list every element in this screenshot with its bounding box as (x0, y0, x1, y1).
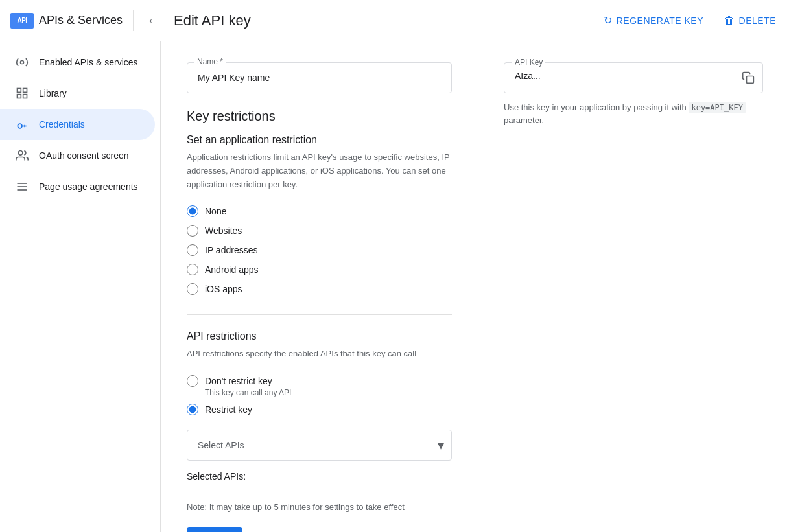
radio-websites[interactable]: Websites (187, 221, 452, 240)
api-key-hint-text: Use this key in your application by pass… (504, 102, 687, 112)
api-key-label: API Key (512, 58, 545, 67)
select-apis-wrapper: Select APIs ▾ (187, 430, 452, 461)
radio-restrict-key-label: Restrict key (205, 404, 252, 415)
radio-ios-apps[interactable]: iOS apps (187, 279, 452, 299)
radio-ios-input[interactable] (187, 283, 198, 295)
radio-dont-restrict-label: Don't restrict key (205, 376, 272, 386)
sidebar-item-enabled-apis[interactable]: Enabled APIs & services (0, 47, 155, 78)
api-restriction-options: Don't restrict key This key can call any… (187, 371, 452, 419)
sidebar-item-library[interactable]: Library (0, 78, 155, 109)
name-field-label: Name * (194, 57, 226, 66)
svg-rect-3 (18, 95, 21, 98)
svg-point-5 (18, 124, 22, 128)
copy-api-key-button[interactable] (742, 71, 755, 84)
api-key-hint: Use this key in your application by pass… (504, 101, 763, 126)
form-right: API Key AIza... Use this key in your app… (504, 62, 763, 126)
regenerate-label: REGENERATE KEY (617, 16, 703, 26)
key-restrictions-title: Key restrictions (187, 109, 452, 124)
delete-icon: 🗑 (724, 15, 735, 27)
credentials-icon (16, 118, 29, 131)
delete-label: DELETE (739, 16, 776, 26)
svg-point-0 (21, 61, 24, 64)
app-restriction-title: Set an application restriction (187, 134, 452, 146)
radio-websites-label: Websites (205, 226, 242, 236)
enabled-apis-icon (16, 56, 29, 69)
delete-button[interactable]: 🗑 DELETE (722, 10, 779, 32)
regenerate-icon: ↻ (604, 14, 613, 27)
select-apis-dropdown[interactable]: Select APIs (187, 430, 452, 461)
radio-dont-restrict-input[interactable] (187, 375, 198, 387)
sidebar-label-library: Library (39, 88, 67, 98)
sidebar-label-page-usage: Page usage agreements (39, 181, 138, 192)
page-usage-icon (16, 180, 29, 193)
logo-box: API (10, 13, 34, 29)
sidebar-item-credentials[interactable]: Credentials (0, 109, 155, 140)
back-button[interactable]: ← (144, 10, 163, 32)
app-title: APIs & Services (39, 14, 123, 27)
svg-rect-4 (23, 95, 27, 98)
library-icon (16, 87, 29, 100)
radio-android-label: Android apps (205, 264, 259, 275)
section-divider (187, 314, 452, 315)
radio-ip-input[interactable] (187, 244, 198, 256)
api-restrictions-title: API restrictions (187, 330, 452, 342)
sidebar-label-enabled-apis: Enabled APIs & services (39, 57, 138, 67)
radio-restrict-key-input[interactable] (187, 404, 198, 415)
page-title: Edit API key (174, 12, 251, 29)
svg-rect-11 (747, 76, 754, 84)
sidebar-item-oauth-consent[interactable]: OAuth consent screen (0, 140, 155, 171)
main-content: Name * Key restrictions Set an applicati… (161, 41, 789, 532)
save-button[interactable]: SAVE (187, 527, 242, 532)
svg-point-7 (18, 151, 23, 156)
app-logo: API APIs & Services (10, 13, 123, 29)
selected-apis-title: Selected APIs: (187, 471, 452, 481)
radio-none-label: None (205, 206, 226, 216)
api-key-group: API Key AIza... (504, 62, 763, 93)
cancel-button[interactable]: CANCEL (253, 527, 302, 532)
name-field-group: Name * (187, 62, 452, 93)
radio-none[interactable]: None (187, 202, 452, 221)
radio-websites-input[interactable] (187, 225, 198, 237)
api-key-hint-code: key=API_KEY (689, 102, 745, 113)
top-header: API APIs & Services ← Edit API key ↻ REG… (0, 0, 789, 41)
sidebar-label-credentials: Credentials (39, 119, 85, 130)
settings-note: Note: It may take up to 5 minutes for se… (187, 502, 452, 512)
svg-rect-2 (23, 89, 27, 93)
radio-android-input[interactable] (187, 264, 198, 275)
radio-ip-label: IP addresses (205, 245, 257, 255)
sidebar: Enabled APIs & services Library Credenti… (0, 41, 161, 532)
oauth-consent-icon (16, 149, 29, 162)
action-buttons: SAVE CANCEL (187, 527, 452, 532)
radio-ip-addresses[interactable]: IP addresses (187, 240, 452, 260)
app-restriction-desc: Application restrictions limit an API ke… (187, 151, 452, 191)
radio-android-apps[interactable]: Android apps (187, 260, 452, 279)
api-key-hint-suffix: parameter. (504, 115, 544, 125)
radio-none-input[interactable] (187, 205, 198, 217)
api-restrictions-desc: API restrictions specify the enabled API… (187, 347, 452, 361)
svg-rect-1 (18, 89, 21, 93)
form-left: Name * Key restrictions Set an applicati… (187, 62, 452, 532)
radio-dont-restrict-sublabel: This key can call any API (205, 388, 452, 397)
copy-icon (742, 71, 755, 84)
api-key-value: AIza... (515, 71, 541, 81)
form-grid: Name * Key restrictions Set an applicati… (187, 62, 763, 532)
header-actions: ↻ REGENERATE KEY 🗑 DELETE (601, 9, 779, 32)
radio-restrict-key[interactable]: Restrict key (187, 400, 452, 419)
radio-ios-label: iOS apps (205, 284, 242, 294)
sidebar-item-page-usage[interactable]: Page usage agreements (0, 171, 155, 202)
app-restriction-options: None Websites IP addresses Android apps (187, 202, 452, 299)
regenerate-key-button[interactable]: ↻ REGENERATE KEY (601, 9, 706, 32)
sidebar-label-oauth: OAuth consent screen (39, 150, 129, 161)
main-layout: Enabled APIs & services Library Credenti… (0, 41, 789, 532)
name-input[interactable] (187, 62, 452, 93)
header-divider (133, 10, 134, 31)
